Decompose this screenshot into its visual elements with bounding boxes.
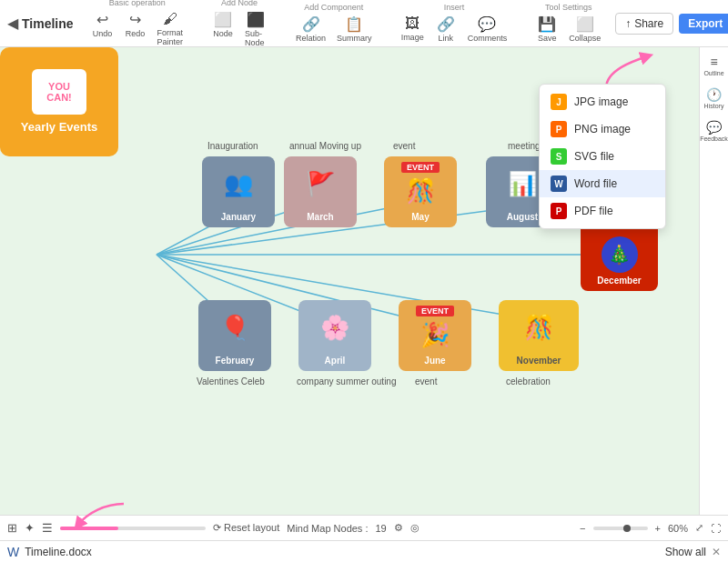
fullscreen-icon[interactable]: ⛶ [711,523,721,534]
main-area: YOUCAN! Yearly Events 👥 January Inaugura… [0,47,728,515]
february-icon: 🎈 [220,300,249,356]
april-icon: 🌸 [320,300,349,356]
image-button[interactable]: 🖼Image [398,14,428,45]
feedback-label: Feedback [700,135,728,142]
reset-icon: ⟳ [213,522,221,533]
word-label: Word file [574,177,617,190]
march-node[interactable]: 🚩 March [284,156,357,227]
toolbar-right: ↑ Share Export [615,13,728,35]
progress-fill [60,527,118,530]
subnode-button[interactable]: ⬛Sub-Node [241,9,270,49]
word-option[interactable]: W Word file [540,170,665,197]
history-label: History [704,103,724,109]
png-label: PNG image [574,123,631,135]
relation-button[interactable]: 🔗Relation [292,14,329,45]
undo-button[interactable]: ↩Undo [88,9,117,48]
file-close-button[interactable]: ✕ [712,546,721,558]
history-icon: 🕐 [706,87,722,102]
april-label: April [325,356,346,366]
show-all-button[interactable]: Show all [665,546,706,558]
save-button[interactable]: 💾Save [532,14,561,45]
june-node[interactable]: EVENT 🎉 June [399,300,471,371]
redo-icon: ↪ [129,11,141,28]
zoom-in-button[interactable]: + [655,523,661,534]
january-node[interactable]: 👥 January [202,156,275,227]
collapse-icon: ⬜ [576,15,594,33]
feedback-button[interactable]: 💬 Feedback [700,120,728,142]
november-event-label: celebration [506,376,551,386]
zoom-percent: 60% [668,523,688,534]
june-icon: 🎉 [420,315,450,356]
june-badge: EVENT [416,306,454,316]
april-event-label: company summer outing [297,376,397,386]
file-word-icon: W [7,545,19,559]
canvas[interactable]: YOUCAN! Yearly Events 👥 January Inaugura… [0,47,699,515]
fit-width-icon[interactable]: ⤢ [695,522,703,534]
undo-icon: ↩ [96,11,108,28]
january-icon: 👥 [224,156,253,212]
format-painter-icon: 🖌 [163,11,177,27]
insert-items: 🖼Image 🔗Link 💬Comments [398,14,511,45]
node-count: 19 [375,523,386,534]
share-button[interactable]: ↑ Share [615,13,673,35]
outline-button[interactable]: ≡ Outline [703,55,723,76]
november-icon: 🎊 [524,300,553,356]
add-component-group: Add Component 🔗Relation 📋Summary [292,3,376,45]
may-event-label: event [393,141,415,151]
node-icon: ⬜ [214,11,232,28]
november-node[interactable]: 🎊 November [499,300,579,371]
february-node[interactable]: 🎈 February [198,300,271,371]
grid-icon: ⊞ [7,521,17,535]
may-label: May [411,212,429,222]
march-event-label: annual Moving up [289,141,361,151]
zoom-handle [623,525,631,532]
reset-layout-button[interactable]: ⟳ Reset layout [213,522,279,534]
pdf-icon: P [551,203,567,219]
february-event-label: Valentines Celeb [197,376,265,386]
share-label: Share [634,17,663,30]
settings-icon[interactable]: ⚙ [394,522,403,534]
april-node[interactable]: 🌸 April [298,300,371,371]
component-items: 🔗Relation 📋Summary [292,14,376,45]
svg-option[interactable]: S SVG file [540,143,665,170]
group-label-component: Add Component [304,3,363,12]
comments-button[interactable]: 💬Comments [464,14,511,45]
august-event-label: meeting [508,141,541,151]
reset-label: Reset layout [224,522,279,533]
word-icon: W [551,176,567,192]
node-button[interactable]: ⬜Node [208,9,238,49]
png-option[interactable]: P PNG image [540,115,665,143]
march-label: March [307,212,333,222]
export-button[interactable]: Export [679,14,728,34]
back-button[interactable]: ◀ [7,11,18,36]
november-label: November [517,356,561,366]
may-node[interactable]: EVENT 🎊 May [384,156,457,227]
zoom-out-button[interactable]: − [580,523,585,534]
add-node-group: Add Node ⬜Node ⬛Sub-Node [208,0,270,49]
target-icon[interactable]: ◎ [410,522,420,534]
filename[interactable]: Timeline.docx [25,546,92,558]
link-button[interactable]: 🔗Link [431,14,460,45]
center-logo: YOUCAN! [32,69,86,115]
subnode-icon: ⬛ [247,11,265,28]
format-painter-button[interactable]: 🖌Format Painter [154,9,187,48]
center-node[interactable]: YOUCAN! Yearly Events [0,47,118,156]
link-icon: 🔗 [437,15,455,33]
image-icon: 🖼 [405,15,420,32]
jpg-option[interactable]: J JPG image [540,88,665,115]
collapse-button[interactable]: ⬜Collapse [565,14,604,45]
toolbar: ◀ Timeline Basic operation ↩Undo ↪Redo 🖌… [0,0,728,47]
history-button[interactable]: 🕐 History [704,87,724,109]
jpg-icon: J [551,94,567,110]
outline-icon: ≡ [710,55,717,69]
pdf-option[interactable]: P PDF file [540,197,665,225]
redo-button[interactable]: ↪Redo [121,9,150,48]
december-node[interactable]: 🎄 December [581,218,658,291]
march-icon: 🚩 [306,156,335,212]
zoom-slider[interactable] [593,527,648,530]
pdf-label: PDF file [574,205,613,217]
center-title: Yearly Events [21,120,98,135]
summary-button[interactable]: 📋Summary [333,14,376,45]
june-event-label: event [415,376,437,386]
june-label: June [424,356,445,366]
